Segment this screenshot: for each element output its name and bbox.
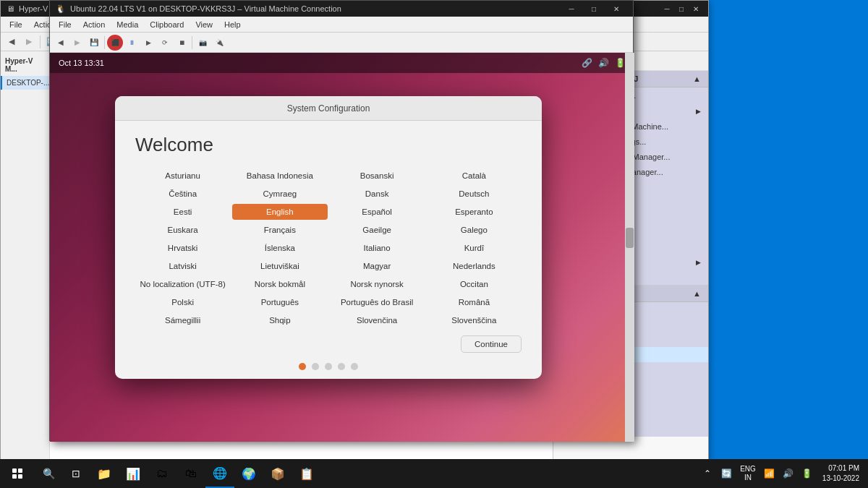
vm-menu-help[interactable]: Help: [218, 19, 247, 30]
close-button[interactable]: ✕: [689, 3, 702, 14]
taskbar-app-clipboard[interactable]: 📋: [292, 459, 321, 488]
search-button[interactable]: 🔍: [35, 459, 62, 488]
taskbar-app-explorer[interactable]: 📁: [90, 459, 119, 488]
vm-menu-action[interactable]: Action: [77, 19, 111, 30]
lang-slovenčina[interactable]: Slovenčina: [330, 312, 425, 328]
lang-magyar[interactable]: Magyar: [330, 258, 425, 274]
lang-espanol[interactable]: Español: [330, 204, 425, 220]
lang-eesti[interactable]: Eesti: [135, 204, 230, 220]
tb-sep1: [104, 36, 105, 49]
tb-shutdown[interactable]: ⏹: [174, 35, 190, 51]
lang-asturianu[interactable]: Asturianu: [135, 168, 230, 184]
dot-1[interactable]: [299, 363, 306, 370]
tb-btn2[interactable]: ▶: [69, 35, 85, 51]
dot-5[interactable]: [351, 363, 358, 370]
nav-hypervmanager[interactable]: Hyper-V M...: [1, 54, 49, 76]
lang-slovenščina[interactable]: Slovenščina: [427, 312, 522, 328]
taskbar-app-folder[interactable]: 🗂: [148, 459, 176, 488]
vm-menu-view[interactable]: View: [190, 19, 218, 30]
lang-cymraeg[interactable]: Cymraeg: [232, 186, 327, 202]
lang-nederlands[interactable]: Nederlands: [427, 258, 522, 274]
lang-portugues[interactable]: Português: [232, 294, 327, 310]
lang-polski[interactable]: Polski: [135, 294, 230, 310]
page-dots: [135, 357, 522, 374]
taskbar-app-edge[interactable]: 🌐: [205, 459, 234, 488]
taskbar-app-chart[interactable]: 📊: [119, 459, 148, 488]
toolbar-forward[interactable]: ▶: [21, 34, 37, 50]
nav-panel: Hyper-V M... DESKTOP-...: [1, 51, 50, 460]
volume-icon: 🔊: [598, 58, 609, 68]
maximize-button[interactable]: □: [675, 3, 688, 14]
tray-wifi-icon: 📶: [762, 459, 778, 488]
tb-btn3[interactable]: 💾: [86, 35, 102, 51]
lang-catala[interactable]: Català: [427, 168, 522, 184]
lang-nolocal[interactable]: No localization (UTF-8): [135, 276, 230, 292]
vm-minimize-button[interactable]: ─: [561, 1, 582, 17]
vm-menu-file[interactable]: File: [53, 19, 77, 30]
lang-hrvatski[interactable]: Hrvatski: [135, 240, 230, 256]
menu-file[interactable]: File: [4, 19, 28, 30]
dialog-title: System Configuration: [287, 103, 370, 114]
tb-reset[interactable]: ⟳: [157, 35, 173, 51]
tray-network-icon[interactable]: 🔄: [718, 459, 734, 488]
tb-resume[interactable]: ▶: [140, 35, 156, 51]
vm-close-button[interactable]: ✕: [605, 1, 627, 17]
lang-gaeilge[interactable]: Gaeilge: [330, 222, 425, 238]
lang-francais[interactable]: Français: [232, 222, 327, 238]
tb-usb[interactable]: 🔌: [211, 35, 227, 51]
dot-3[interactable]: [325, 363, 332, 370]
start-button[interactable]: [0, 459, 35, 488]
tray-lang[interactable]: ENG IN: [737, 465, 759, 482]
lang-cestina[interactable]: Čeština: [135, 186, 230, 202]
machine2-collapse-icon: ▲: [693, 289, 701, 298]
lang-romana[interactable]: Română: [427, 294, 522, 310]
lang-galego[interactable]: Galego: [427, 222, 522, 238]
lang-dansk[interactable]: Dansk: [330, 186, 425, 202]
lang-lietuviskai[interactable]: Lietuviškai: [232, 258, 327, 274]
lang-occitan[interactable]: Occitan: [427, 276, 522, 292]
lang-italiano[interactable]: Italiano: [330, 240, 425, 256]
lang-english[interactable]: English: [232, 204, 327, 220]
lang-kurdi[interactable]: Kurdî: [427, 240, 522, 256]
dot-4[interactable]: [338, 363, 345, 370]
tb-btn1[interactable]: ◀: [53, 35, 69, 51]
tray-battery-icon: 🔋: [799, 459, 815, 488]
lang-norsk[interactable]: Norsk bokmål: [232, 276, 327, 292]
toolbar-back[interactable]: ◀: [4, 34, 20, 50]
lang-bahasa[interactable]: Bahasa Indonesia: [232, 168, 327, 184]
vm-scrollbar[interactable]: [625, 53, 634, 442]
dot-2[interactable]: [312, 363, 319, 370]
tb-pause[interactable]: ⏸: [124, 35, 140, 51]
minimize-button[interactable]: ─: [660, 3, 673, 14]
lang-deutsch[interactable]: Deutsch: [427, 186, 522, 202]
lang-islenska[interactable]: Íslenska: [232, 240, 327, 256]
taskbar-apps: 📁 📊 🗂 🛍 🌐 🌍 📦 📋: [90, 459, 321, 488]
lang-latviski[interactable]: Latviski: [135, 258, 230, 274]
lang-euskara[interactable]: Euskara: [135, 222, 230, 238]
continue-button[interactable]: Continue: [461, 335, 522, 353]
lang-portuguesbr[interactable]: Português do Brasil: [330, 294, 425, 310]
taskbar-app-box[interactable]: 📦: [263, 459, 292, 488]
ubuntu-topbar: Oct 13 13:31 🔗 🔊 🔋: [50, 53, 634, 73]
taskview-button[interactable]: ⊡: [62, 459, 90, 488]
vm-menu-clipboard[interactable]: Clipboard: [144, 19, 190, 30]
vm-ubuntu-desktop: Oct 13 13:31 🔗 🔊 🔋 System Configuration …: [50, 53, 634, 442]
lang-samegillii[interactable]: Sámegillii: [135, 312, 230, 328]
lang-norsknynorsk[interactable]: Norsk nynorsk: [330, 276, 425, 292]
lang-shqip[interactable]: Shqip: [232, 312, 327, 328]
tb-screenshot[interactable]: 📷: [195, 35, 210, 51]
vm-title: Ubuntu 22.04 LTS V1 on DESKTOP-VKKRS3J –…: [70, 4, 341, 13]
vm-scrollbar-thumb[interactable]: [626, 228, 634, 248]
windows-logo: [12, 468, 22, 479]
taskbar-app-store[interactable]: 🛍: [176, 459, 205, 488]
vm-maximize-button[interactable]: □: [583, 1, 605, 17]
vm-menu-media[interactable]: Media: [111, 19, 144, 30]
tray-clock[interactable]: 07:01 PM 13-10-2022: [818, 463, 864, 484]
tb-stop-red[interactable]: ⬛: [107, 35, 123, 51]
logo-sq3: [12, 474, 17, 479]
lang-bosanski[interactable]: Bosanski: [330, 168, 425, 184]
tray-expand[interactable]: ⌃: [699, 459, 715, 488]
nav-desktop[interactable]: DESKTOP-...: [1, 76, 49, 90]
taskbar-app-chrome[interactable]: 🌍: [234, 459, 263, 488]
lang-esperanto[interactable]: Esperanto: [427, 204, 522, 220]
